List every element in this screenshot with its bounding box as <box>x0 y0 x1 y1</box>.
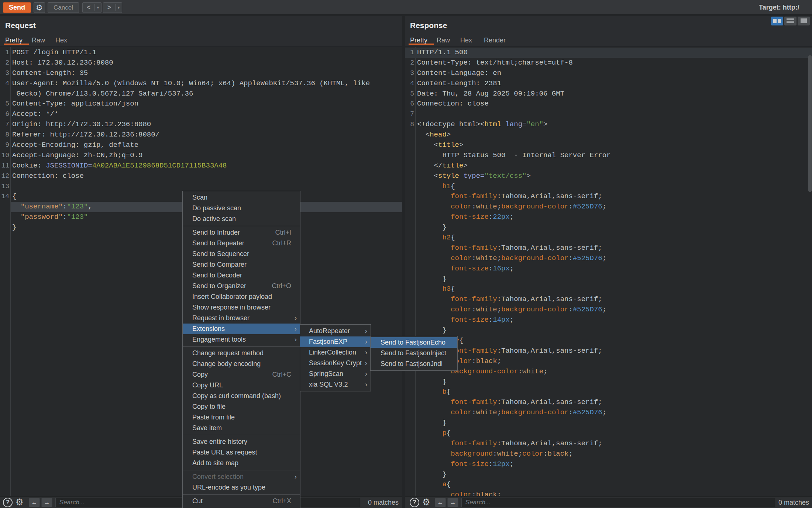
submenu-arrow-icon: › <box>295 323 297 334</box>
menu-item-insert-collaborator-payload[interactable]: Insert Collaborator payload <box>183 291 300 302</box>
search-prev-button[interactable]: ← <box>435 498 446 507</box>
menu-item-cut[interactable]: CutCtrl+X <box>183 496 300 507</box>
menu-item-send-to-fastjsonjndi[interactable]: Send to FastjsonJndi <box>371 359 457 369</box>
menu-item-add-to-site-map[interactable]: Add to site map <box>183 458 300 469</box>
menu-item-copy-url[interactable]: Copy URL <box>183 380 300 391</box>
menu-item-paste-from-file[interactable]: Paste from file <box>183 412 300 423</box>
menu-item-do-passive-scan[interactable]: Do passive scan <box>183 203 300 214</box>
code-line: } <box>405 325 812 336</box>
menu-item-send-to-organizer[interactable]: Send to OrganizerCtrl+O <box>183 281 300 291</box>
code-text: Host: 172.30.12.236:8080 <box>12 58 113 68</box>
tab-raw[interactable]: Raw <box>437 37 450 44</box>
match-count: 0 matches <box>368 499 399 507</box>
code-line: 10Accept-Language: zh-CN,zh;q=0.9 <box>0 151 402 161</box>
menu-item-url-encode-as-you-type[interactable]: URL-encode as you type <box>183 482 300 493</box>
code-line: 2Content-Type: text/html;charset=utf-8 <box>405 58 812 68</box>
layout-single-icon[interactable] <box>798 17 810 25</box>
tab-hex[interactable]: Hex <box>460 37 472 44</box>
menu-item-fastjsonexp[interactable]: FastjsonEXP› <box>300 336 371 347</box>
menu-item-do-active-scan[interactable]: Do active scan <box>183 214 300 224</box>
menu-item-copy[interactable]: CopyCtrl+C <box>183 507 300 508</box>
help-icon[interactable]: ? <box>3 498 13 507</box>
search-prev-button[interactable]: ← <box>29 498 40 507</box>
layout-columns-icon[interactable] <box>771 17 783 25</box>
menu-item-extensions[interactable]: Extensions› <box>183 324 300 334</box>
request-settings-button[interactable]: ⚙ <box>34 2 45 13</box>
search-next-button[interactable]: → <box>41 498 52 507</box>
menu-item-send-to-repeater[interactable]: Send to RepeaterCtrl+R <box>183 238 300 249</box>
line-number: 2 <box>0 58 9 68</box>
search-settings-icon[interactable]: ⚙ <box>422 497 430 507</box>
menu-item-save-item[interactable]: Save item <box>183 423 300 433</box>
code-text: Content-Length: 2381 <box>417 79 501 89</box>
code-line: color:white;background-color:#525D76; <box>405 202 812 212</box>
menu-item-request-in-browser[interactable]: Request in browser› <box>183 313 300 324</box>
search-next-button[interactable]: → <box>447 498 458 507</box>
code-line: color:white;background-color:#525D76; <box>405 408 812 418</box>
cancel-button[interactable]: Cancel <box>48 2 79 13</box>
menu-item-scan[interactable]: Scan <box>183 192 300 203</box>
code-line: 6Connection: close <box>405 99 812 109</box>
menu-item-change-body-encoding[interactable]: Change body encoding <box>183 359 300 369</box>
scrollbar-thumb[interactable] <box>808 55 812 192</box>
tab-hex[interactable]: Hex <box>55 37 67 44</box>
tab-pretty[interactable]: Pretty <box>410 37 427 44</box>
code-line: <style type="text/css"> <box>405 171 812 182</box>
previous-response-button[interactable]: < ▼ <box>82 2 102 13</box>
code-line: font-family:Tahoma,Arial,sans-serif; <box>405 439 812 449</box>
search-settings-icon[interactable]: ⚙ <box>16 497 24 507</box>
code-text: "password":"123" <box>12 212 88 222</box>
code-line: font-size:16px; <box>405 264 812 274</box>
tab-pretty[interactable]: Pretty <box>5 37 23 44</box>
menu-item-change-request-method[interactable]: Change request method <box>183 348 300 359</box>
menu-item-send-to-decoder[interactable]: Send to Decoder <box>183 270 300 281</box>
code-line: font-family:Tahoma,Arial,sans-serif; <box>405 397 812 408</box>
burp-repeater-window: Send ⚙ Cancel < ▼ > ▼ Target: http:/ Req… <box>0 0 812 508</box>
code-text: </title> <box>417 161 468 171</box>
menu-item-copy-as-curl-command-bash-[interactable]: Copy as curl command (bash) <box>183 391 300 401</box>
menu-item-paste-url-as-request[interactable]: Paste URL as request <box>183 447 300 458</box>
toolbar: Send ⚙ Cancel < ▼ > ▼ Target: http:/ <box>0 0 812 15</box>
tab-raw[interactable]: Raw <box>32 37 45 44</box>
request-panel-title: Request <box>5 21 36 30</box>
menu-item-send-to-sequencer[interactable]: Send to Sequencer <box>183 249 300 259</box>
next-response-button[interactable]: > ▼ <box>103 2 122 13</box>
menu-item-send-to-fastjsoninject[interactable]: Send to FastjsonInject <box>371 348 457 359</box>
response-editor[interactable]: 1HTTP/1.1 5002Content-Type: text/html;ch… <box>405 47 812 496</box>
line-number: 1 <box>0 48 9 58</box>
arrow-right-icon: → <box>450 499 456 506</box>
submenu-arrow-icon: › <box>365 379 367 390</box>
search-input[interactable] <box>461 498 775 507</box>
code-text: h2{ <box>417 233 455 243</box>
menu-item-send-to-fastjsonecho[interactable]: Send to FastjsonEcho <box>371 337 457 348</box>
code-line: </title> <box>405 161 812 171</box>
code-text: color:black; <box>417 490 501 496</box>
send-button[interactable]: Send <box>3 2 31 13</box>
code-line: background-color:white; <box>405 367 812 377</box>
menu-item-copy[interactable]: CopyCtrl+C <box>183 369 300 380</box>
menu-item-springscan[interactable]: SpringScan› <box>300 369 371 379</box>
menu-item-copy-to-file[interactable]: Copy to file <box>183 401 300 412</box>
menu-item-send-to-comparer[interactable]: Send to Comparer <box>183 259 300 270</box>
menu-item-send-to-intruder[interactable]: Send to IntruderCtrl+I <box>183 227 300 238</box>
menu-item-autorepeater[interactable]: AutoRepeater› <box>300 326 371 336</box>
selected-tab-underline <box>4 44 29 45</box>
code-line: } <box>405 222 812 233</box>
chevron-right-icon: > <box>103 4 115 11</box>
menu-item-show-response-in-browser[interactable]: Show response in browser <box>183 302 300 313</box>
code-line: 5Date: Thu, 28 Aug 2025 09:19:06 GMT <box>405 89 812 99</box>
code-line: 2Host: 172.30.12.236:8080 <box>0 58 402 68</box>
menu-item-save-entire-history[interactable]: Save entire history <box>183 436 300 447</box>
chevron-down-icon: ▼ <box>116 6 122 10</box>
menu-item-engagement-tools[interactable]: Engagement tools› <box>183 334 300 345</box>
tab-render[interactable]: Render <box>484 37 506 44</box>
menu-item-sessionkey-crypt[interactable]: SessionKey Crypt› <box>300 358 371 369</box>
menu-item-linkercollection[interactable]: LinkerCollection› <box>300 347 371 358</box>
help-icon[interactable]: ? <box>410 498 419 507</box>
code-text: b{ <box>417 387 451 397</box>
line-number: 10 <box>0 151 9 161</box>
layout-rows-icon[interactable] <box>784 17 796 25</box>
code-line: } <box>405 377 812 387</box>
line-number: 5 <box>0 99 9 109</box>
menu-item-xia-sql-v3-2[interactable]: xia SQL V3.2› <box>300 379 371 390</box>
